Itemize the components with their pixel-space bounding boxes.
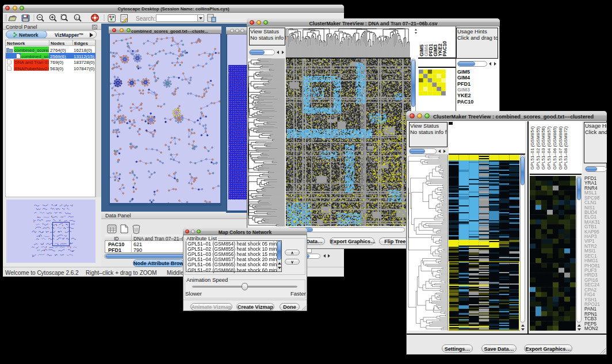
svg-text:1:1: 1:1 (75, 16, 80, 20)
